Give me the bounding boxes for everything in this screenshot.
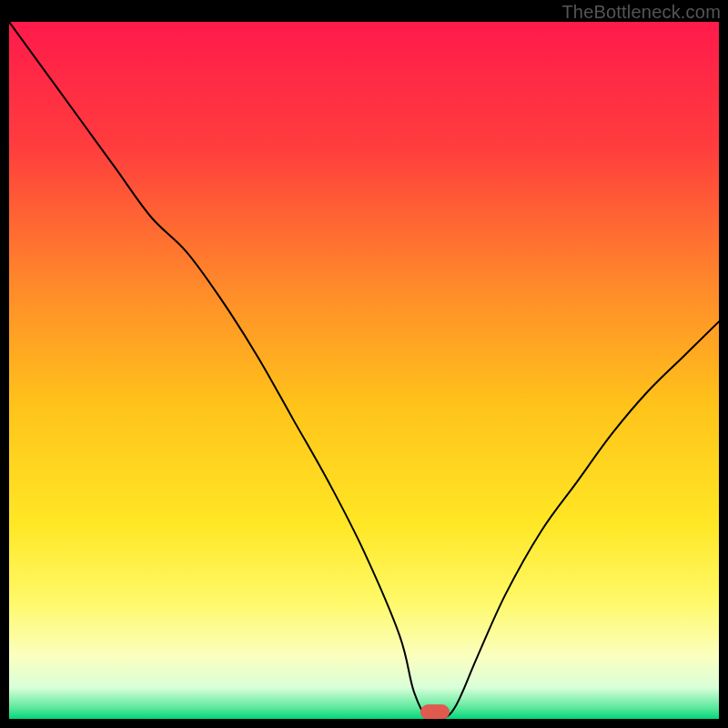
chart-svg <box>9 22 719 719</box>
chart-frame: TheBottleneck.com <box>0 0 728 728</box>
plot-area <box>9 22 719 719</box>
watermark-text: TheBottleneck.com <box>561 2 721 23</box>
optimum-marker <box>420 705 449 719</box>
gradient-background <box>9 22 719 719</box>
